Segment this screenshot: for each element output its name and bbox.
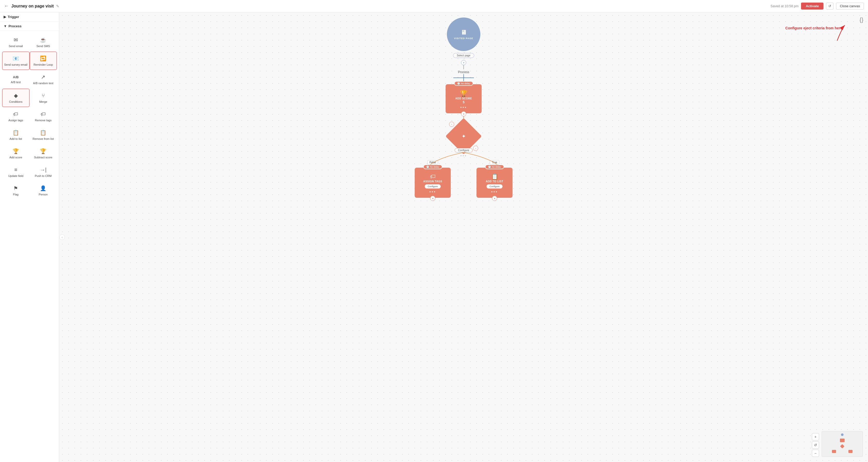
sidebar-item-conditions[interactable]: ◆ Conditions: [2, 89, 30, 107]
sidebar-item-send-survey-email[interactable]: 📧 Send survey email: [2, 52, 30, 70]
send-survey-email-icon: 📧: [12, 55, 19, 62]
reminder-loop-label: Reminder Loop: [33, 63, 53, 66]
send-email-icon: ✉: [14, 37, 18, 43]
sidebar-item-assign-tags[interactable]: 🏷 Assign tags: [2, 107, 30, 126]
close-canvas-button[interactable]: Close canvas: [836, 3, 864, 9]
push-to-crm-icon: →|: [40, 167, 46, 173]
merge-icon: ⑂: [42, 93, 45, 99]
person-label: Person: [39, 193, 48, 196]
update-field-label: Update field: [8, 174, 24, 178]
sidebar-item-remove-tags[interactable]: 🏷 Remove tags: [30, 107, 57, 126]
activate-button[interactable]: Activate: [801, 3, 824, 9]
conditions-icon: ◆: [14, 92, 18, 99]
sidebar-item-remove-from-list[interactable]: 📋 Remove from list: [30, 126, 57, 144]
sidebar-item-person[interactable]: 👤 Person: [30, 181, 57, 200]
edit-icon[interactable]: ✎: [56, 4, 59, 8]
sidebar-item-ab-random-test[interactable]: ↗ A/B random test: [30, 70, 57, 89]
zoom-in-button[interactable]: +: [812, 433, 819, 440]
step-node-add-score[interactable]: 🕐 No delay 🏆 ADD SCORE 5 •••: [445, 84, 482, 113]
clock-icon: 🕐: [457, 82, 460, 85]
sidebar-item-send-sms[interactable]: ☕ Send SMS: [30, 33, 57, 52]
trigger-arrow: ▶: [4, 15, 6, 19]
sidebar-item-reminder-loop[interactable]: 🔁 Reminder Loop: [30, 52, 57, 70]
assign-tags-configure-button[interactable]: Configure: [425, 184, 440, 188]
push-to-crm-label: Push to CRM: [35, 174, 52, 178]
minimap: [822, 431, 863, 457]
select-page-button[interactable]: Select page: [453, 53, 474, 58]
ab-test-label: A/B test: [11, 81, 21, 84]
zoom-out-button[interactable]: −: [812, 450, 819, 457]
remove-from-list-label: Remove from list: [32, 137, 54, 140]
branch-row: False 🕐 No delay 🏷 ASSIGN TAGS Configure…: [415, 160, 513, 198]
sidebar-collapse-button[interactable]: ‹: [59, 234, 65, 240]
ab-random-test-label: A/B random test: [33, 82, 53, 85]
eject-criteria-icon[interactable]: {}: [860, 17, 863, 23]
connector-line-1: [463, 65, 464, 69]
sidebar-item-push-to-crm[interactable]: →| Push to CRM: [30, 163, 57, 181]
ab-test-icon: A/B: [13, 75, 19, 79]
true-branch-dots[interactable]: •••: [479, 189, 510, 194]
visited-page-label: VISITED PAGE: [454, 37, 473, 40]
process-section-header[interactable]: ▼ Process: [0, 22, 59, 31]
sidebar-item-add-score[interactable]: 🏆 Add score: [2, 144, 30, 163]
send-sms-icon: ☕: [40, 37, 46, 43]
add-to-list-configure-button[interactable]: Configure: [487, 184, 502, 188]
back-button[interactable]: ←: [4, 3, 9, 9]
minimap-step1-rect: [840, 438, 844, 442]
remove-tags-label: Remove tags: [35, 119, 52, 122]
conditions-right-arrow[interactable]: ›: [473, 146, 478, 151]
zoom-controls: + ↺ −: [812, 433, 819, 457]
add-score-step-node[interactable]: 🕐 No delay 🏆 ADD SCORE 5 ••• ▾: [445, 84, 482, 113]
sidebar-item-flag[interactable]: ⚑ Flag: [2, 181, 30, 200]
trigger-section-header[interactable]: ▶ Trigger: [0, 12, 59, 22]
remove-from-list-icon: 📋: [40, 129, 46, 136]
sidebar-item-add-to-list[interactable]: 📋 Add to list: [2, 126, 30, 144]
false-delay-badge: 🕐 No delay: [423, 164, 442, 169]
sidebar-item-send-email[interactable]: ✉ Send email: [2, 33, 30, 52]
step1-dots[interactable]: •••: [448, 105, 479, 110]
add-to-list-step-icon: 📋: [479, 173, 510, 180]
configure-annotation: Configure eject criteria from here: [785, 26, 842, 30]
header-left: ← Journey on page visit ✎: [4, 3, 59, 9]
conditions-left-arrow[interactable]: ‹: [449, 122, 454, 127]
main-layout: ▶ Trigger ▼ Process ✉ Send email ☕ Send …: [0, 12, 868, 462]
false-branch: False 🕐 No delay 🏷 ASSIGN TAGS Configure…: [415, 160, 451, 198]
ab-random-test-icon: ↗: [41, 74, 45, 80]
process-section-label: Process: [458, 70, 469, 74]
person-icon: 👤: [40, 185, 46, 191]
add-to-list-icon: 📋: [12, 129, 19, 136]
step1-title: ADD SCORE: [448, 97, 479, 100]
add-score-label: Add score: [9, 156, 22, 159]
process-section-connector: Process: [453, 65, 474, 82]
flow-canvas[interactable]: ‹ {} Configure eject criteria from here: [59, 12, 868, 462]
remove-tags-icon: 🏷: [41, 111, 46, 117]
sidebar-item-ab-test[interactable]: A/B A/B test: [2, 70, 30, 89]
visited-page-circle[interactable]: 🖥 VISITED PAGE: [447, 18, 480, 51]
merge-label: Merge: [39, 100, 47, 103]
process-items-grid: ✉ Send email ☕ Send SMS 📧 Send survey em…: [0, 31, 59, 202]
conditions-configure-button[interactable]: Configure: [455, 148, 472, 152]
refresh-button[interactable]: ↺: [826, 3, 834, 9]
step1-chevron-down[interactable]: ▾: [461, 111, 466, 116]
zoom-reset-button[interactable]: ↺: [812, 441, 819, 449]
false-branch-step-node[interactable]: 🕐 No delay 🏷 ASSIGN TAGS Configure ••• ▾: [415, 168, 451, 198]
conditions-dots[interactable]: •••: [460, 153, 467, 158]
true-step-title: ADD TO LIST: [479, 180, 510, 183]
process-label: Process: [8, 24, 22, 28]
true-label: True: [490, 160, 499, 164]
sidebar-item-update-field[interactable]: ≡ Update field: [2, 163, 30, 181]
false-branch-chevron-down[interactable]: ▾: [430, 196, 435, 201]
sidebar-item-merge[interactable]: ⑂ Merge: [30, 89, 57, 107]
visited-page-node[interactable]: 🖥 VISITED PAGE Select page ▾: [447, 18, 480, 65]
add-score-icon: 🏆: [12, 148, 19, 154]
sidebar-item-subtract-score[interactable]: 🏆 Subtract score: [30, 144, 57, 163]
flow-wrapper: 🖥 VISITED PAGE Select page ▾ Process: [415, 18, 513, 198]
false-branch-dots[interactable]: •••: [417, 189, 448, 194]
minimap-true-rect: [848, 450, 852, 453]
trigger-chevron-down[interactable]: ▾: [461, 60, 466, 65]
monitor-icon: 🖥: [461, 29, 467, 36]
send-sms-label: Send SMS: [36, 44, 50, 48]
true-branch-chevron-down[interactable]: ▾: [492, 196, 497, 201]
conditions-diamond-container[interactable]: ‹ › ✦ Configure •••: [451, 123, 476, 158]
true-branch-step-node[interactable]: 🕐 No delay 📋 ADD TO LIST Configure ••• ▾: [476, 168, 513, 198]
